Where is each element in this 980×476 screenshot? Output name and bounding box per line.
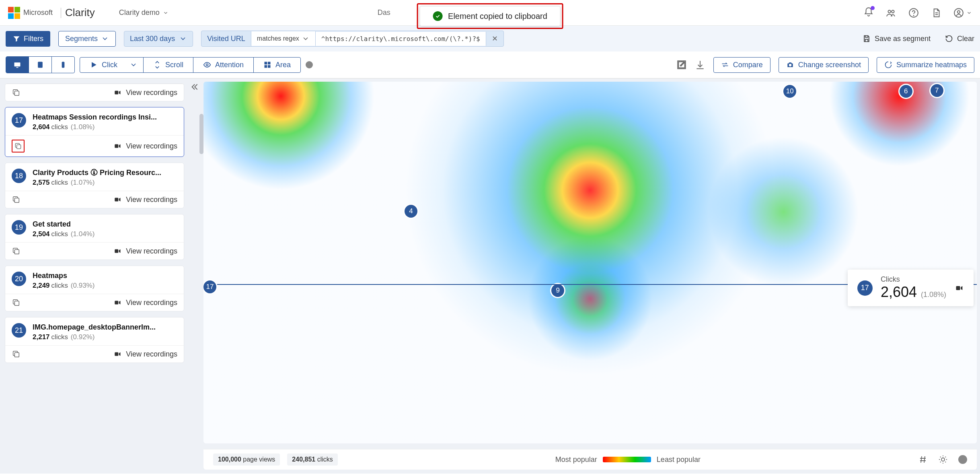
collapse-sidebar-icon[interactable] <box>189 82 199 92</box>
copy-icon[interactable] <box>12 247 21 256</box>
hash-icon[interactable] <box>918 455 928 464</box>
sparkle-icon <box>884 61 892 69</box>
video-icon <box>113 247 122 255</box>
download-icon[interactable] <box>695 60 705 70</box>
svg-point-4 <box>954 8 963 17</box>
svg-point-3 <box>913 15 914 15</box>
element-card[interactable]: 20 Heatmaps 2,249clicks (0.93%) View rec… <box>5 266 184 311</box>
url-filter-value[interactable]: ^https://clarity\.microsoft\.com/(\?.*)?… <box>316 32 486 46</box>
chevron-down-icon <box>302 35 310 43</box>
element-card-selected[interactable]: 17 Heatmaps Session recordings Insi... 2… <box>5 107 184 157</box>
notification-dot-icon <box>871 6 875 10</box>
device-desktop[interactable] <box>6 57 29 73</box>
tab-click[interactable]: Click <box>80 58 144 72</box>
svg-rect-9 <box>62 62 65 68</box>
document-icon[interactable] <box>931 8 941 18</box>
segments-button[interactable]: Segments <box>58 31 116 47</box>
heatmap-viewer: 10 6 7 4 9 17 17 Clicks 2,604 (1.08%) 10… <box>203 78 980 474</box>
heatmap-footer: 100,000 page views 240,851 clicks Most p… <box>203 449 977 470</box>
brightness-icon[interactable] <box>938 455 948 464</box>
svg-rect-32 <box>14 352 19 357</box>
svg-point-0 <box>888 10 891 13</box>
hotspot-marker[interactable]: 10 <box>783 85 796 98</box>
view-recordings-link[interactable]: View recordings <box>113 299 177 307</box>
view-recordings-link[interactable]: View recordings <box>113 89 177 97</box>
copy-icon[interactable] <box>12 88 21 97</box>
share-icon[interactable] <box>676 60 687 70</box>
element-card[interactable]: View recordings <box>5 83 184 101</box>
view-recordings-link[interactable]: View recordings <box>113 196 177 204</box>
info-icon[interactable] <box>306 61 313 68</box>
svg-rect-35 <box>956 286 960 290</box>
view-recordings-link[interactable]: View recordings <box>113 247 177 256</box>
tab-scroll[interactable]: Scroll <box>144 58 193 72</box>
chevron-down-icon <box>179 35 187 43</box>
rank-badge: 18 <box>12 169 26 183</box>
copy-icon[interactable] <box>12 298 21 307</box>
avatar-icon <box>953 8 964 18</box>
compare-button[interactable]: Compare <box>713 57 770 73</box>
element-title: IMG.homepage_desktopBannerIm... <box>33 323 156 332</box>
element-card[interactable]: 18 Clarity Products 🛈 Pricing Resourc...… <box>5 163 184 208</box>
save-segment-button[interactable]: Save as segment <box>863 35 931 43</box>
view-recordings-link[interactable]: View recordings <box>113 142 177 150</box>
summarize-button[interactable]: Summarize heatmaps <box>877 57 974 73</box>
svg-point-1 <box>892 10 894 13</box>
svg-marker-22 <box>119 144 121 148</box>
filters-button[interactable]: Filters <box>6 31 50 47</box>
notifications-button[interactable] <box>863 7 874 19</box>
svg-rect-23 <box>14 198 19 202</box>
header-bar: Microsoft Clarity Clarity demo Das ings … <box>0 0 980 26</box>
svg-rect-33 <box>115 352 119 356</box>
people-icon[interactable] <box>886 8 896 18</box>
view-recordings-link[interactable]: View recordings <box>113 350 177 359</box>
change-screenshot-button[interactable]: Change screenshot <box>779 57 869 73</box>
svg-rect-27 <box>115 249 119 253</box>
microsoft-label: Microsoft <box>23 8 53 17</box>
copy-icon[interactable] <box>12 195 21 204</box>
tooltip-label: Clicks <box>881 275 946 284</box>
hotspot-marker[interactable]: 7 <box>931 84 943 97</box>
success-icon <box>433 11 442 21</box>
date-filter-chip[interactable]: Last 300 days <box>124 31 193 47</box>
project-selector[interactable]: Clarity demo <box>119 8 168 17</box>
tab-attention[interactable]: Attention <box>193 58 254 72</box>
info-icon[interactable] <box>958 455 967 464</box>
scrollbar-thumb[interactable] <box>199 114 203 154</box>
hotspot-marker[interactable]: 4 <box>405 205 417 218</box>
element-title: Clarity Products 🛈 Pricing Resourc... <box>33 169 161 177</box>
video-icon[interactable] <box>954 284 964 292</box>
clarity-brand: Clarity <box>65 6 95 19</box>
save-icon <box>863 35 871 43</box>
sidebar: View recordings 17 Heatmaps Session reco… <box>0 78 203 474</box>
account-menu[interactable] <box>953 8 972 18</box>
element-stats: 2,249clicks (0.93%) <box>33 282 95 290</box>
device-tablet[interactable] <box>29 57 52 73</box>
help-icon[interactable] <box>908 8 919 18</box>
heatmap-canvas[interactable]: 10 6 7 4 9 17 17 Clicks 2,604 (1.08%) <box>203 82 977 443</box>
device-mobile[interactable] <box>52 57 74 73</box>
url-filter-name[interactable]: Visited URL <box>201 31 251 46</box>
element-stats: 2,504clicks (1.04%) <box>33 230 95 238</box>
clicks-chip: 240,851 clicks <box>287 453 337 466</box>
url-filter-operator[interactable]: matches regex <box>251 31 316 46</box>
url-filter-chip: Visited URL matches regex ^https://clari… <box>201 31 504 47</box>
svg-rect-21 <box>115 144 119 148</box>
element-stats: 2,217clicks (0.92%) <box>33 333 156 341</box>
clear-filters-button[interactable]: Clear <box>945 35 974 43</box>
hotspot-marker[interactable]: 6 <box>900 85 912 98</box>
copy-icon[interactable] <box>12 140 25 152</box>
element-card[interactable]: 21 IMG.homepage_desktopBannerIm... 2,217… <box>5 317 184 363</box>
rank-badge: 17 <box>857 280 873 296</box>
copy-icon[interactable] <box>12 350 21 359</box>
chevron-down-icon <box>129 61 138 69</box>
mobile-icon <box>59 61 67 69</box>
scroll-icon <box>153 61 161 69</box>
tab-area[interactable]: Area <box>254 58 300 72</box>
rank-badge: 19 <box>12 220 26 235</box>
heatmap-toolbar: Click Scroll Attention Area Compare Chan… <box>0 52 980 78</box>
element-card[interactable]: 19 Get started 2,504clicks (1.04%) View … <box>5 214 184 260</box>
svg-marker-28 <box>119 249 121 253</box>
url-filter-remove[interactable]: ✕ <box>486 31 503 46</box>
svg-rect-18 <box>115 91 119 95</box>
